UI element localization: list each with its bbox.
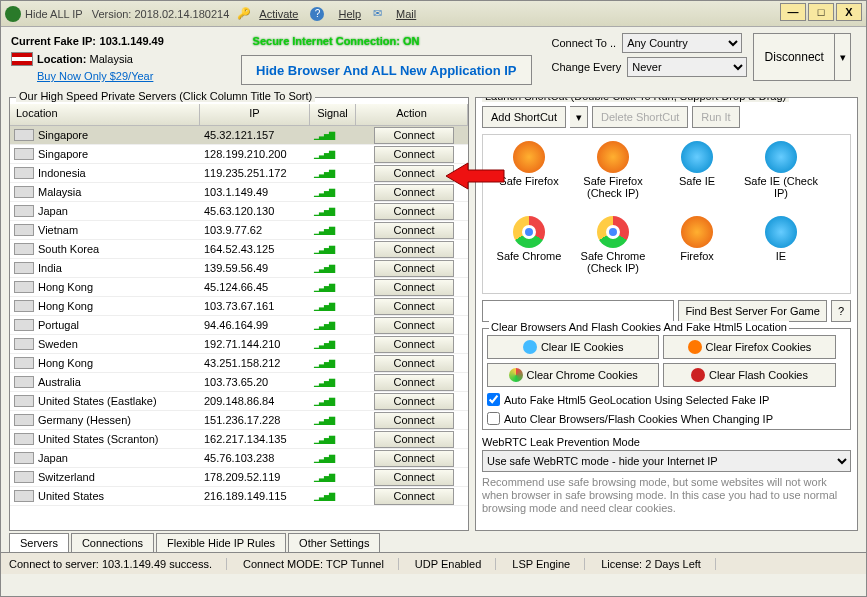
minimize-button[interactable]: —	[780, 3, 806, 21]
help-link[interactable]: Help	[338, 8, 361, 20]
connect-button[interactable]: Connect	[374, 203, 454, 220]
ff-icon	[513, 141, 545, 173]
maximize-button[interactable]: □	[808, 3, 834, 21]
col-location-header[interactable]: Location	[10, 104, 200, 125]
add-shortcut-button[interactable]: Add ShortCut	[482, 106, 566, 128]
change-every-select[interactable]: Never	[627, 57, 747, 77]
col-ip-header[interactable]: IP	[200, 104, 310, 125]
tab-connections[interactable]: Connections	[71, 533, 154, 552]
server-row[interactable]: Malaysia103.1.149.49▁▃▅▇Connect	[10, 183, 468, 202]
tab-flexible-rules[interactable]: Flexible Hide IP Rules	[156, 533, 286, 552]
server-row[interactable]: Singapore45.32.121.157▁▃▅▇Connect	[10, 126, 468, 145]
ff-icon	[597, 141, 629, 173]
launcher-item[interactable]: IE	[741, 216, 821, 287]
connect-button[interactable]: Connect	[374, 393, 454, 410]
connect-button[interactable]: Connect	[374, 298, 454, 315]
server-row[interactable]: Sweden192.71.144.210▁▃▅▇Connect	[10, 335, 468, 354]
server-row[interactable]: Hong Kong103.73.67.161▁▃▅▇Connect	[10, 297, 468, 316]
signal-icon: ▁▃▅▇	[314, 169, 360, 178]
flash-icon	[691, 368, 705, 382]
add-shortcut-dropdown-icon[interactable]: ▾	[570, 106, 588, 128]
launcher-item[interactable]: Firefox	[657, 216, 737, 287]
server-row[interactable]: United States (Scranton)162.217.134.135▁…	[10, 430, 468, 449]
server-row[interactable]: Hong Kong45.124.66.45▁▃▅▇Connect	[10, 278, 468, 297]
connect-button[interactable]: Connect	[374, 241, 454, 258]
connect-button[interactable]: Connect	[374, 317, 454, 334]
auto-clear-checkbox[interactable]	[487, 412, 500, 425]
connect-button[interactable]: Connect	[374, 165, 454, 182]
flag-icon	[14, 224, 34, 236]
connect-button[interactable]: Connect	[374, 222, 454, 239]
server-row[interactable]: Japan45.63.120.130▁▃▅▇Connect	[10, 202, 468, 221]
close-button[interactable]: X	[836, 3, 862, 21]
ch-icon	[513, 216, 545, 248]
current-fake-ip: Current Fake IP: 103.1.149.49	[11, 33, 241, 48]
activate-link[interactable]: Activate	[259, 8, 298, 20]
delete-shortcut-button[interactable]: Delete ShortCut	[592, 106, 688, 128]
server-row[interactable]: Portugal94.46.164.99▁▃▅▇Connect	[10, 316, 468, 335]
server-row[interactable]: South Korea164.52.43.125▁▃▅▇Connect	[10, 240, 468, 259]
connect-button[interactable]: Connect	[374, 184, 454, 201]
ch-icon	[597, 216, 629, 248]
clear-firefox-button[interactable]: Clear Firefox Cookies	[663, 335, 835, 359]
col-signal-header[interactable]: Signal	[310, 104, 356, 125]
connect-button[interactable]: Connect	[374, 355, 454, 372]
server-list[interactable]: Singapore45.32.121.157▁▃▅▇ConnectSingapo…	[10, 126, 468, 514]
server-row[interactable]: Singapore128.199.210.200▁▃▅▇Connect	[10, 145, 468, 164]
mail-link[interactable]: Mail	[396, 8, 416, 20]
clear-chrome-button[interactable]: Clear Chrome Cookies	[487, 363, 659, 387]
clear-ie-button[interactable]: Clear IE Cookies	[487, 335, 659, 359]
connect-button[interactable]: Connect	[374, 469, 454, 486]
connect-button[interactable]: Connect	[374, 374, 454, 391]
server-row[interactable]: Japan45.76.103.238▁▃▅▇Connect	[10, 449, 468, 468]
connect-button[interactable]: Connect	[374, 336, 454, 353]
signal-icon: ▁▃▅▇	[314, 302, 360, 311]
connect-to-select[interactable]: Any Country	[622, 33, 742, 53]
game-help-button[interactable]: ?	[831, 300, 851, 322]
server-row[interactable]: Australia103.73.65.20▁▃▅▇Connect	[10, 373, 468, 392]
connect-button[interactable]: Connect	[374, 450, 454, 467]
server-row[interactable]: Vietnam103.9.77.62▁▃▅▇Connect	[10, 221, 468, 240]
server-row[interactable]: Germany (Hessen)151.236.17.228▁▃▅▇Connec…	[10, 411, 468, 430]
launcher-item[interactable]: Safe Chrome (Check IP)	[573, 216, 653, 287]
launcher-item[interactable]: Safe Firefox (Check IP)	[573, 141, 653, 212]
launcher-item[interactable]: Safe Firefox	[489, 141, 569, 212]
connect-button[interactable]: Connect	[374, 127, 454, 144]
webrtc-select[interactable]: Use safe WebRTC mode - hide your Interne…	[482, 450, 851, 472]
server-location: Japan	[38, 205, 204, 217]
launcher-item[interactable]: Safe IE (Check IP)	[741, 141, 821, 212]
server-row[interactable]: India139.59.56.49▁▃▅▇Connect	[10, 259, 468, 278]
clear-flash-button[interactable]: Clear Flash Cookies	[663, 363, 835, 387]
server-row[interactable]: United States (Eastlake)209.148.86.84▁▃▅…	[10, 392, 468, 411]
connect-button[interactable]: Connect	[374, 146, 454, 163]
disconnect-button[interactable]: Disconnect	[753, 33, 835, 81]
buy-now-link[interactable]: Buy Now Only $29/Year	[37, 70, 153, 82]
flag-icon	[14, 319, 34, 331]
launcher-item[interactable]: Safe IE	[657, 141, 737, 212]
connect-button[interactable]: Connect	[374, 279, 454, 296]
signal-icon: ▁▃▅▇	[314, 397, 360, 406]
tab-servers[interactable]: Servers	[9, 533, 69, 552]
disconnect-dropdown-icon[interactable]: ▾	[835, 33, 851, 81]
find-best-server-button[interactable]: Find Best Server For Game	[678, 300, 827, 322]
connect-button[interactable]: Connect	[374, 431, 454, 448]
auto-fake-checkbox[interactable]	[487, 393, 500, 406]
server-row[interactable]: United States216.189.149.115▁▃▅▇Connect	[10, 487, 468, 506]
col-action-header[interactable]: Action	[356, 104, 468, 125]
connect-button[interactable]: Connect	[374, 260, 454, 277]
game-search-input[interactable]	[482, 300, 674, 322]
run-it-button[interactable]: Run It	[692, 106, 739, 128]
server-row[interactable]: Indonesia119.235.251.172▁▃▅▇Connect	[10, 164, 468, 183]
launch-panel-title: Launch ShortCut (Double Click To Run, Su…	[482, 97, 789, 102]
flag-icon	[14, 129, 34, 141]
tab-other-settings[interactable]: Other Settings	[288, 533, 380, 552]
status-lsp: LSP Engine	[512, 558, 585, 570]
launcher-item[interactable]: Safe Chrome	[489, 216, 569, 287]
connect-button[interactable]: Connect	[374, 412, 454, 429]
connect-button[interactable]: Connect	[374, 488, 454, 505]
server-row[interactable]: Switzerland178.209.52.119▁▃▅▇Connect	[10, 468, 468, 487]
server-row[interactable]: Hong Kong43.251.158.212▁▃▅▇Connect	[10, 354, 468, 373]
signal-icon: ▁▃▅▇	[314, 207, 360, 216]
hide-browser-button[interactable]: Hide Browser And ALL New Application IP	[241, 55, 532, 85]
flag-icon	[14, 433, 34, 445]
